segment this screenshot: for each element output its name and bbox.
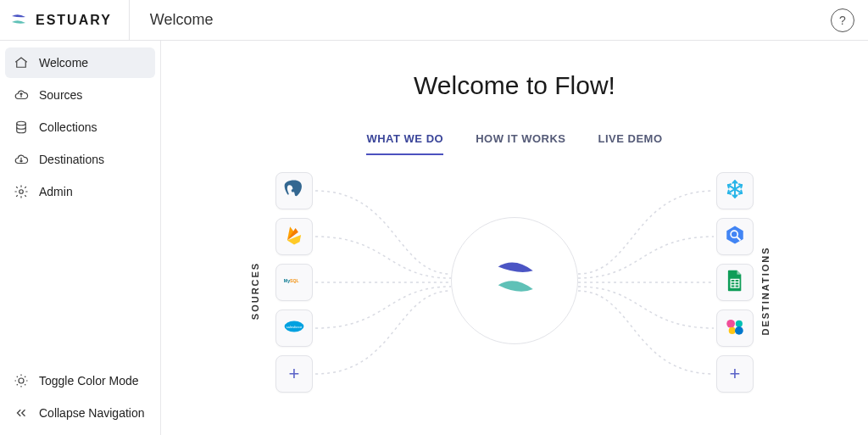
destinations-label: DESTINATIONS [760,246,770,335]
source-firebase[interactable] [275,218,313,255]
add-source-button[interactable]: + [275,355,313,393]
estuary-logo-icon [490,254,539,307]
tab-what-we-do[interactable]: WHAT WE DO [366,132,443,155]
gear-icon [14,184,29,199]
plus-icon: + [730,363,741,385]
sidebar-item-label: Admin [39,185,73,198]
main-content: Welcome to Flow! WHAT WE DO HOW IT WORKS… [161,41,868,435]
page-title: Welcome [150,11,214,29]
sidebar-item-label: Welcome [39,56,88,70]
source-salesforce[interactable]: salesforce [275,310,313,347]
sidebar-item-sources[interactable]: Sources [5,80,155,110]
postgres-icon [283,178,305,204]
flow-center [451,217,578,344]
sidebar-item-label: Sources [39,88,82,102]
svg-text:salesforce: salesforce [287,325,303,329]
elastic-icon [724,315,746,341]
brand-text: ESTUARY [36,13,112,28]
sidebar-item-label: Toggle Color Mode [39,374,139,388]
database-icon [14,120,29,135]
dest-bigquery[interactable] [716,218,754,255]
sidebar-footer: Toggle Color Mode Collapse Navigation [5,365,155,428]
hero-title: Welcome to Flow! [186,71,843,100]
sun-icon [14,373,29,388]
dest-sheets[interactable] [716,264,754,301]
svg-point-0 [17,121,26,125]
source-mysql[interactable]: MySQL [275,264,313,301]
home-icon [14,55,29,70]
sidebar-item-destinations[interactable]: Destinations [5,144,155,175]
brand-area: ESTUARY [8,0,130,40]
svg-point-13 [726,320,735,328]
svg-marker-6 [726,226,743,243]
svg-text:MySQL: MySQL [284,278,300,283]
plus-icon: + [289,363,300,385]
sidebar-item-label: Destinations [39,153,104,166]
svg-point-2 [19,378,24,383]
cloud-down-icon [14,152,29,167]
help-button[interactable]: ? [831,8,854,32]
estuary-logo-icon [8,10,29,31]
toggle-color-mode[interactable]: Toggle Color Mode [5,365,155,396]
source-postgres[interactable] [275,172,313,209]
tab-live-demo[interactable]: LIVE DEMO [598,132,663,155]
svg-point-1 [19,190,24,194]
destinations-column: + [716,172,754,393]
app-header: ESTUARY Welcome ? [0,0,868,41]
sidebar-item-collections[interactable]: Collections [5,112,155,142]
sidebar: Welcome Sources Collections Destinations… [0,41,161,435]
sidebar-item-welcome[interactable]: Welcome [5,47,155,78]
tab-how-it-works[interactable]: HOW IT WORKS [476,132,565,155]
firebase-icon [283,224,305,249]
sources-label: SOURCES [250,262,260,320]
sidebar-item-label: Collections [39,120,97,134]
chevrons-left-icon [14,405,29,421]
sidebar-nav: Welcome Sources Collections Destinations… [5,47,155,207]
cloud-up-icon [14,87,29,103]
mysql-icon: MySQL [283,270,305,295]
salesforce-icon: salesforce [283,315,305,341]
sidebar-item-label: Collapse Navigation [39,406,145,420]
sheets-icon [724,270,746,295]
bigquery-icon [724,224,746,249]
svg-point-15 [729,327,736,334]
sources-column: MySQL salesforce + [275,172,313,393]
svg-point-16 [735,326,743,335]
flow-diagram: SOURCES DESTINATIONS MySQL salesforce [243,172,786,410]
snowflake-icon [724,178,746,204]
tabs: WHAT WE DO HOW IT WORKS LIVE DEMO [186,132,843,155]
collapse-navigation[interactable]: Collapse Navigation [5,398,155,428]
svg-point-14 [736,321,743,327]
add-destination-button[interactable]: + [716,355,754,393]
dest-elastic[interactable] [716,310,754,347]
sidebar-item-admin[interactable]: Admin [5,176,155,207]
dest-snowflake[interactable] [716,172,754,209]
